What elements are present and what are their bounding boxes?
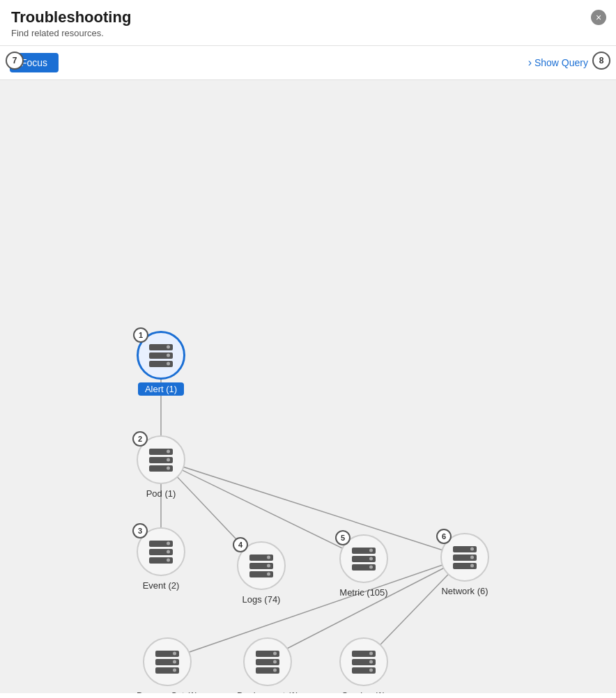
node-circle-node2: 2 [137, 435, 185, 484]
server-icon [155, 651, 179, 674]
node-node3[interactable]: 3Event (2) [137, 527, 185, 591]
server-icon [352, 651, 376, 674]
server-icon [149, 541, 173, 564]
close-button[interactable]: × [591, 10, 606, 25]
node-circle-node5: 5 [339, 534, 388, 583]
node-node2[interactable]: 2Pod (1) [137, 435, 185, 499]
node-badge-node2: 2 [132, 431, 148, 447]
node-badge-node1: 1 [133, 327, 148, 343]
svg-line-4 [161, 460, 465, 557]
server-icon [453, 546, 477, 569]
node-label-node9: Service (1) [342, 690, 386, 693]
server-icon [149, 449, 173, 472]
connections-svg [0, 80, 616, 693]
node-node6[interactable]: 6Network (6) [440, 533, 489, 596]
node-circle-node9 [339, 637, 388, 686]
node-circle-node8 [243, 637, 292, 686]
node-badge-node5: 5 [335, 530, 351, 545]
badge-7: 7 [6, 52, 24, 70]
node-badge-node4: 4 [233, 537, 248, 552]
node-badge-node6: 6 [436, 529, 452, 544]
node-label-node8: Deployment (1) [237, 690, 299, 693]
header-subtitle: Find related resources. [11, 28, 605, 38]
show-query-button[interactable]: › Show Query [528, 56, 588, 69]
canvas: 1Alert (1)2Pod (1)3Event (2)4Logs (74)5M… [0, 80, 616, 693]
node-label-node4: Logs (74) [242, 594, 281, 605]
chevron-right-icon: › [528, 56, 532, 69]
show-query-label: Show Query [534, 57, 588, 68]
node-node5[interactable]: 5Metric (105) [339, 534, 388, 598]
node-node8[interactable]: Deployment (1) [237, 637, 299, 693]
node-circle-node6: 6 [440, 533, 489, 582]
node-circle-node3: 3 [137, 527, 185, 576]
node-label-node2: Pod (1) [146, 488, 176, 499]
header: Troubleshooting Find related resources. … [0, 0, 616, 80]
node-circle-node4: 4 [237, 541, 286, 590]
node-circle-node1: 1 [137, 331, 185, 380]
node-label-node5: Metric (105) [339, 587, 387, 598]
node-node4[interactable]: 4Logs (74) [237, 541, 286, 605]
node-circle-node7 [143, 637, 192, 686]
close-icon: × [596, 13, 601, 22]
svg-line-5 [161, 557, 465, 662]
node-label-node7: DaemonSet (1) [137, 690, 198, 693]
node-node1[interactable]: 1Alert (1) [137, 331, 185, 396]
server-icon [249, 554, 273, 577]
node-badge-node3: 3 [132, 523, 148, 538]
alert-tag: Alert (1) [138, 382, 184, 396]
badge-8: 8 [592, 52, 610, 70]
server-icon [256, 651, 279, 674]
node-node7[interactable]: DaemonSet (1) [137, 637, 198, 693]
server-icon [352, 548, 376, 571]
page-title: Troubleshooting [11, 8, 605, 26]
node-node9[interactable]: Service (1) [339, 637, 388, 693]
node-label-node6: Network (6) [441, 586, 488, 596]
node-label-node3: Event (2) [143, 580, 180, 591]
server-icon [149, 344, 173, 367]
